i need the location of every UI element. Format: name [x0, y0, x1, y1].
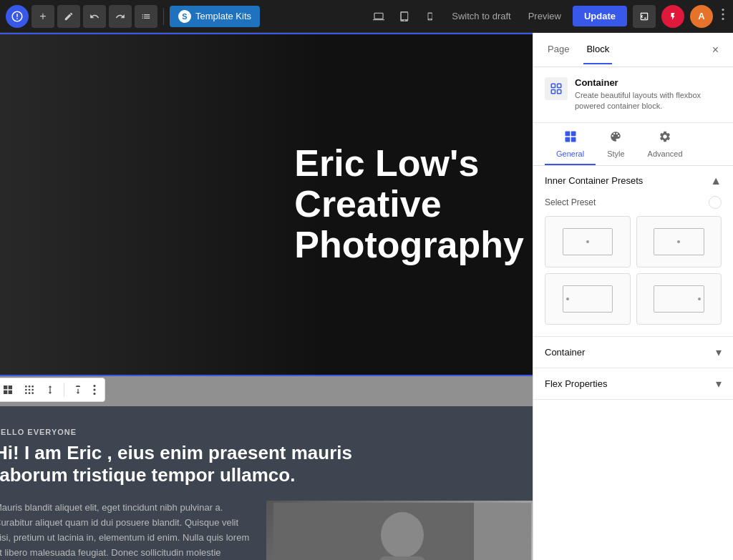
preset-card-2[interactable] [636, 216, 722, 267]
svg-point-18 [25, 392, 27, 394]
template-kits-button[interactable]: S Template Kits [170, 6, 260, 27]
draw-button[interactable] [57, 5, 80, 28]
panel-toggle-button[interactable] [633, 5, 656, 28]
flex-properties-chevron: ▾ [716, 377, 722, 390]
block-info: Container Create beautiful layouts with … [533, 67, 733, 123]
svg-point-12 [25, 385, 27, 388]
canvas[interactable]: Eric Low's Creative Photography [0, 33, 533, 560]
select-preset-row: Select Preset [545, 196, 722, 209]
preset-inner-1 [563, 228, 613, 256]
flex-properties-title: Flex Properties [545, 378, 607, 389]
svg-point-0 [722, 9, 724, 11]
svg-rect-34 [558, 90, 561, 94]
preset-inner-2 [654, 228, 704, 256]
desktop-device-button[interactable] [369, 6, 389, 26]
block-tab-general[interactable]: General [545, 123, 596, 165]
svg-point-14 [31, 385, 34, 388]
block-tab-style-label: Style [607, 149, 624, 158]
mobile-device-button[interactable] [420, 6, 440, 26]
svg-point-22 [93, 388, 95, 390]
panel-tab-block[interactable]: Block [583, 35, 612, 64]
hero-title: Eric Low's Creative Photography [294, 143, 524, 266]
block-tab-advanced-label: Advanced [648, 149, 683, 158]
block-toolbar-separator [64, 383, 64, 397]
update-button[interactable]: Update [573, 6, 627, 26]
list-button[interactable] [135, 5, 157, 28]
block-tab-style[interactable]: Style [596, 123, 636, 165]
content-text: Mauris blandit aliquet elit, eget tincid… [0, 501, 252, 560]
intro-heading: Hi! I am Eric , eius enim praesent mauri… [0, 442, 409, 486]
switch-draft-button[interactable]: Switch to draft [446, 8, 516, 24]
preset-card-3[interactable] [545, 273, 631, 325]
right-panel: Page Block × Container Create beautiful … [533, 33, 733, 560]
avatar-button[interactable]: A [690, 5, 713, 28]
preset-dot-1 [586, 240, 589, 243]
block-tab-general-label: General [556, 149, 584, 158]
inner-container-presets-chevron: ▲ [710, 175, 722, 187]
select-preset-label: Select Preset [545, 197, 596, 207]
block-tabs: General Style Advanced [533, 123, 733, 166]
preset-dot-4 [698, 298, 701, 300]
elementor-bolt-button[interactable] [661, 5, 684, 28]
inner-container-presets-header[interactable]: Inner Container Presets ▲ [533, 166, 733, 196]
select-preset-radio[interactable] [709, 196, 722, 209]
hero-section[interactable]: Eric Low's Creative Photography [0, 33, 533, 376]
svg-point-13 [29, 385, 31, 388]
block-more-button[interactable] [89, 382, 100, 398]
panel-tab-page[interactable]: Page [545, 35, 572, 64]
more-options-button[interactable] [719, 9, 727, 24]
svg-point-17 [31, 389, 34, 391]
block-toolbar [0, 378, 105, 402]
general-tab-icon [564, 130, 577, 147]
toolbar-divider-1 [163, 8, 164, 25]
toolbar-right-group: Switch to draft Preview Update A [369, 5, 727, 28]
canvas-inner: Eric Low's Creative Photography [0, 33, 533, 560]
flex-properties-header[interactable]: Flex Properties ▾ [533, 368, 733, 399]
redo-button[interactable] [109, 5, 132, 28]
svg-rect-35 [565, 131, 570, 136]
container-section-header[interactable]: Container ▾ [533, 337, 733, 368]
svg-point-1 [722, 13, 724, 15]
preset-inner-3 [563, 285, 613, 313]
preset-card-4[interactable] [636, 273, 722, 325]
add-block-button[interactable]: + [31, 5, 54, 28]
content-row: Mauris blandit aliquet elit, eget tincid… [0, 501, 533, 560]
container-section-title: Container [545, 347, 585, 358]
svg-point-23 [93, 393, 95, 395]
tablet-device-button[interactable] [394, 6, 414, 26]
svg-rect-26 [379, 556, 425, 560]
svg-rect-38 [571, 137, 576, 142]
svg-point-15 [25, 389, 27, 391]
content-image [266, 501, 533, 560]
svg-rect-29 [474, 503, 531, 560]
advanced-tab-icon [659, 130, 671, 147]
inner-container-presets-section: Inner Container Presets ▲ Select Preset [533, 166, 733, 337]
block-dots-button[interactable] [19, 381, 39, 398]
hello-label: HELLO EVERYONE [0, 428, 533, 436]
svg-point-19 [29, 392, 31, 394]
preview-button[interactable]: Preview [523, 8, 567, 24]
block-tab-advanced[interactable]: Advanced [636, 123, 694, 165]
block-title: Container [575, 77, 722, 88]
block-toolbar-row [0, 376, 533, 406]
inner-container-presets-content: Select Preset [533, 196, 733, 336]
svg-rect-36 [571, 131, 576, 136]
undo-button[interactable] [83, 5, 106, 28]
preset-dot-2 [677, 240, 680, 243]
block-pin-button[interactable] [69, 382, 87, 398]
preset-card-1[interactable] [545, 216, 631, 267]
block-icon [545, 77, 568, 100]
svg-rect-33 [551, 90, 555, 94]
svg-point-16 [29, 389, 31, 391]
block-description: Create beautiful layouts with flexbox po… [575, 90, 722, 112]
svg-rect-37 [565, 137, 570, 142]
block-grid-button[interactable] [0, 381, 18, 398]
container-chevron: ▾ [716, 345, 722, 359]
wp-logo[interactable] [6, 5, 29, 28]
svg-point-20 [31, 392, 34, 394]
style-tab-icon [609, 130, 622, 147]
preset-dot-3 [566, 298, 569, 300]
block-arrows-button[interactable] [41, 381, 59, 398]
panel-close-button[interactable]: × [709, 41, 722, 59]
svg-point-21 [93, 385, 95, 387]
